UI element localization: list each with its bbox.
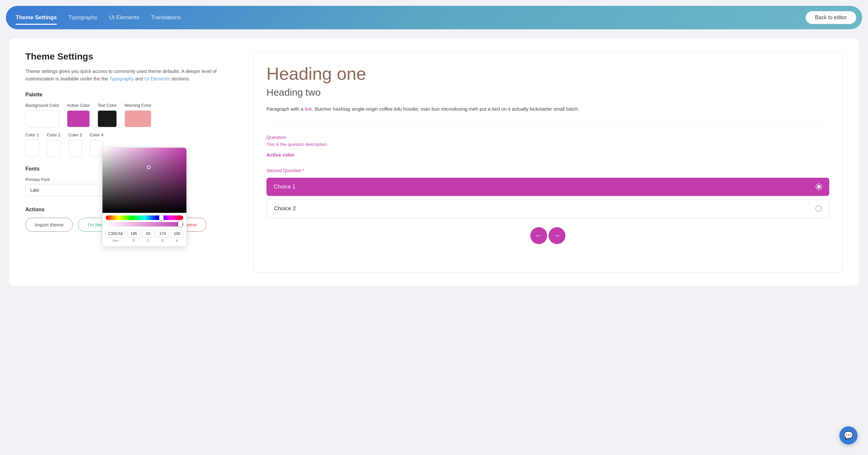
active-color-label: Active Color	[67, 103, 90, 108]
preview-paragraph: Paragraph with a link. Butcher hashtag s…	[267, 105, 829, 113]
a-input-group: A	[171, 230, 183, 242]
color2-swatch[interactable]	[47, 140, 61, 157]
b-input-group: B	[156, 230, 169, 242]
page-title: Theme Settings	[25, 52, 240, 62]
hex-input[interactable]	[106, 230, 126, 238]
prev-arrow-button[interactable]: ←	[530, 227, 547, 244]
r-input-group: R	[127, 230, 140, 242]
palette-row-1: Background Color Active Color Text Color…	[25, 103, 240, 127]
tab-theme-settings[interactable]: Theme Settings	[16, 12, 57, 24]
b-label: B	[161, 239, 164, 242]
tab-translations[interactable]: Translations	[151, 12, 181, 24]
paragraph-suffix: . Butcher hashtag single-origin coffee t…	[312, 106, 580, 112]
second-question-label: Second Question *	[267, 168, 829, 173]
right-panel: Heading one Heading two Paragraph with a…	[253, 52, 843, 273]
color4-swatch[interactable]	[90, 140, 103, 157]
color3-field: Color 3	[68, 132, 82, 157]
g-input[interactable]	[142, 230, 154, 238]
main-content: Theme Settings Theme settings gives you …	[9, 38, 859, 286]
tab-typography[interactable]: Typography	[69, 12, 98, 24]
chat-bubble-button[interactable]: 💬	[839, 426, 858, 445]
question-label: Question	[267, 134, 829, 140]
g-input-group: G	[142, 230, 154, 242]
font-select-value: Lato	[30, 187, 39, 193]
b-input[interactable]	[156, 230, 169, 238]
preview-heading1: Heading one	[267, 63, 829, 84]
question-description: This is the question description.	[267, 142, 829, 147]
description-text-2: sections.	[170, 76, 190, 81]
next-arrow-button[interactable]: →	[549, 227, 565, 244]
choice1-option[interactable]: Choice 1	[267, 178, 829, 196]
text-color-swatch[interactable]	[98, 110, 117, 127]
color2-label: Color 2	[47, 132, 61, 138]
import-theme-button[interactable]: Import theme	[25, 218, 73, 232]
choice2-option[interactable]: Choice 2	[267, 199, 829, 218]
color3-label: Color 3	[68, 132, 82, 138]
hex-label: Hex	[113, 239, 119, 242]
alpha-thumb	[178, 221, 183, 227]
picker-inputs: Hex R G B A	[106, 230, 183, 242]
warning-color-field: Warning Color	[125, 103, 152, 127]
r-label: R	[132, 239, 135, 242]
color3-swatch[interactable]	[68, 140, 82, 157]
radio-circle-selected	[816, 184, 822, 190]
color2-field: Color 2	[47, 132, 61, 157]
chat-icon: 💬	[844, 431, 854, 440]
palette-label: Palette	[25, 92, 240, 98]
r-input[interactable]	[127, 230, 140, 238]
picker-cursor	[147, 165, 151, 169]
back-to-editor-button[interactable]: Back to editor	[806, 11, 856, 24]
background-color-field: Background Color	[25, 103, 59, 127]
alpha-strip[interactable]	[106, 222, 183, 226]
description: Theme settings gives you quick access to…	[25, 68, 240, 83]
paragraph-link[interactable]: link	[305, 106, 312, 112]
tab-ui-elements[interactable]: UI Elements	[109, 12, 139, 24]
a-label: A	[176, 239, 178, 242]
color-picker-gradient[interactable]	[102, 148, 186, 213]
active-color-text: Active color	[267, 152, 829, 157]
color1-field: Color 1	[25, 132, 39, 157]
nav-buttons: ← →	[267, 227, 829, 244]
left-panel: Theme Settings Theme settings gives you …	[25, 52, 253, 273]
nav-tabs: Theme Settings Typography UI Elements Tr…	[16, 12, 181, 24]
required-star: *	[301, 168, 304, 173]
warning-color-swatch[interactable]	[125, 110, 152, 127]
choice1-label: Choice 1	[274, 184, 296, 190]
color4-field: Color 4	[90, 132, 103, 157]
ui-elements-link[interactable]: UI Elements	[145, 76, 170, 81]
text-color-field: Text Color	[98, 103, 117, 127]
choice2-label: Choice 2	[274, 205, 296, 212]
paragraph-prefix: Paragraph with a	[267, 106, 305, 112]
active-color-field: Active Color	[67, 103, 90, 127]
hue-thumb	[159, 215, 164, 221]
color1-swatch[interactable]	[25, 140, 39, 157]
background-color-label: Background Color	[25, 103, 59, 108]
a-input[interactable]	[171, 230, 183, 238]
radio-circle-unselected	[815, 205, 822, 212]
background-color-swatch[interactable]	[25, 110, 59, 127]
color4-label: Color 4	[90, 132, 103, 138]
color-picker-popup: Hex R G B A	[102, 147, 187, 247]
top-nav: Theme Settings Typography UI Elements Tr…	[6, 6, 862, 29]
hue-strip[interactable]	[106, 215, 183, 220]
preview-heading2: Heading two	[267, 87, 829, 98]
description-and: and	[134, 76, 144, 81]
divider	[267, 125, 829, 125]
text-color-label: Text Color	[98, 103, 117, 108]
color1-label: Color 1	[25, 132, 39, 138]
hex-input-group: Hex	[106, 230, 126, 242]
typography-link[interactable]: Typography	[109, 76, 134, 81]
g-label: G	[147, 239, 150, 242]
warning-color-label: Warning Color	[125, 103, 152, 108]
active-color-swatch[interactable]	[67, 110, 90, 127]
